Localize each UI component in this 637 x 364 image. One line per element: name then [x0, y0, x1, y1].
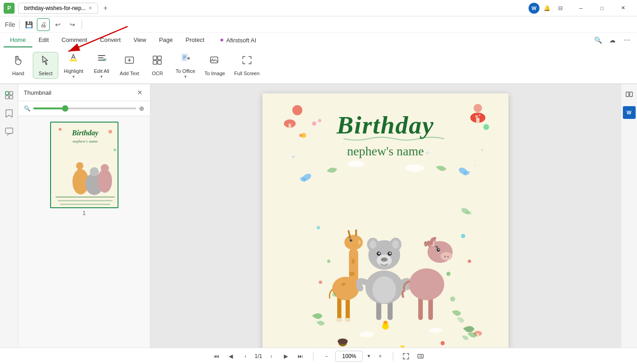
last-page-button[interactable]: ⏭ [295, 351, 306, 362]
prev-page-button[interactable]: ◀ [226, 351, 236, 362]
thumbnail-sidebar-icon[interactable] [2, 88, 16, 103]
tab-close-button[interactable]: ✕ [88, 5, 92, 10]
tab-page[interactable]: Page [153, 33, 179, 47]
user-avatar[interactable]: W [529, 3, 539, 14]
svg-point-120 [332, 293, 336, 297]
new-tab-button[interactable]: + [100, 3, 111, 14]
svg-point-119 [450, 297, 455, 302]
tab-title: birthday-wishes-for-nep... [24, 5, 86, 11]
edit-all-icon [96, 52, 108, 67]
comments-sidebar-icon[interactable] [2, 124, 16, 139]
to-office-label: To Office [175, 68, 195, 74]
svg-rect-45 [288, 123, 291, 128]
to-image-tool[interactable]: To Image [201, 52, 229, 78]
svg-point-117 [447, 272, 451, 276]
document-canvas[interactable]: ✦ ✦ ✦ Birthday nephew's name [150, 84, 621, 348]
svg-point-118 [327, 260, 330, 263]
select-tool[interactable]: Select [33, 52, 58, 79]
more-options-icon[interactable]: ⋯ [621, 34, 633, 46]
svg-point-57 [348, 160, 365, 167]
tab-home[interactable]: Home [4, 33, 32, 47]
thumbnail-close-button[interactable]: ✕ [135, 88, 144, 97]
maximize-button[interactable]: □ [591, 0, 612, 16]
tab-protect[interactable]: Protect [179, 33, 211, 47]
svg-rect-128 [477, 333, 479, 337]
svg-text:Birthday: Birthday [336, 111, 434, 139]
svg-rect-9 [158, 56, 161, 60]
svg-point-79 [336, 318, 342, 322]
full-screen-tool[interactable]: Full Screen [231, 52, 263, 78]
thumbnail-page-1[interactable]: Birthday nephew's name [50, 122, 118, 216]
svg-point-52 [318, 119, 321, 122]
zoom-in-bottom-button[interactable]: + [375, 351, 385, 362]
edit-all-tool[interactable]: Edit All ▼ [89, 50, 114, 80]
to-office-tool[interactable]: To Office ▼ [172, 50, 199, 80]
active-tab[interactable]: birthday-wishes-for-nep... ✕ [18, 3, 98, 14]
minimize-button[interactable]: ─ [570, 0, 591, 16]
word-icon[interactable]: W [623, 106, 636, 119]
zoom-in-icon[interactable]: ⊕ [139, 105, 144, 112]
next-page-alt-button[interactable]: › [266, 351, 277, 362]
svg-rect-19 [5, 128, 13, 133]
tab-convert[interactable]: Convert [93, 33, 127, 47]
svg-point-125 [359, 331, 374, 337]
tab-view[interactable]: View [127, 33, 153, 47]
cloud-icon[interactable]: ☁ [606, 34, 619, 46]
svg-rect-17 [5, 96, 9, 99]
layout-icon[interactable]: ⊟ [554, 2, 567, 15]
svg-rect-11 [158, 61, 161, 64]
bottom-bar: ⏮ ◀ ‹ 1/1 › ▶ ⏭ − ▼ + [0, 348, 637, 364]
svg-rect-2 [70, 59, 77, 62]
svg-rect-35 [60, 204, 110, 205]
ribbon: Hand Select Highlight ▼ [0, 47, 637, 84]
redo-button[interactable]: ↪ [66, 18, 79, 31]
zoom-slider[interactable] [33, 108, 136, 109]
zoom-out-icon[interactable]: 🔍 [24, 105, 31, 112]
hand-tool[interactable]: Hand [5, 52, 31, 78]
thumbnail-zoom-bar: 🔍 ⊕ [18, 101, 150, 116]
svg-point-100 [409, 268, 444, 300]
undo-button[interactable]: ↩ [51, 18, 64, 31]
ocr-icon [151, 54, 163, 69]
zoom-out-bottom-button[interactable]: − [321, 351, 332, 362]
svg-rect-132 [626, 92, 629, 97]
fit-page-button[interactable] [401, 351, 411, 362]
add-text-tool[interactable]: Add Text [116, 52, 143, 78]
file-menu-button[interactable]: File [4, 18, 16, 31]
next-page-button[interactable]: ▶ [280, 351, 291, 362]
thumbnail-header: Thumbnail ✕ [18, 84, 150, 101]
zoom-input[interactable] [335, 351, 363, 362]
ai-menu-button[interactable]: ✦ Afirstsoft AI [215, 35, 261, 46]
highlight-tool[interactable]: Highlight ▼ [60, 50, 87, 80]
svg-rect-26 [77, 168, 82, 182]
close-button[interactable]: ✕ [612, 0, 633, 16]
svg-rect-13 [211, 57, 218, 63]
fit-width-button[interactable] [415, 351, 426, 362]
tab-comment[interactable]: Comment [55, 33, 93, 47]
svg-point-42 [475, 115, 478, 118]
search-icon[interactable]: 🔍 [591, 34, 604, 46]
svg-point-27 [76, 162, 83, 169]
add-text-icon [123, 54, 135, 69]
bookmark-sidebar-icon[interactable] [2, 106, 16, 121]
print-button[interactable]: 🖨 [37, 18, 50, 31]
svg-point-89 [392, 240, 399, 248]
svg-point-37 [293, 105, 303, 115]
highlight-arrow: ▼ [72, 75, 75, 79]
svg-text:✽: ✽ [400, 344, 405, 348]
document-page: ✦ ✦ ✦ Birthday nephew's name [262, 93, 509, 348]
tab-edit[interactable]: Edit [32, 33, 55, 47]
main-area: Thumbnail ✕ 🔍 ⊕ Birthday nephew's name [0, 84, 637, 348]
notification-icon[interactable]: 🔔 [540, 2, 553, 15]
save-button[interactable]: 💾 [22, 18, 35, 31]
svg-point-121 [461, 234, 465, 238]
zoom-slider-thumb[interactable] [62, 105, 68, 112]
ocr-tool[interactable]: OCR [144, 52, 170, 78]
edit-all-label-area: Edit All ▼ [94, 68, 109, 78]
to-office-icon [180, 52, 191, 67]
prev-page-alt-button[interactable]: ‹ [240, 351, 251, 362]
zoom-dropdown-arrow[interactable]: ▼ [366, 354, 371, 359]
sidebar-settings-icon[interactable] [623, 88, 636, 101]
first-page-button[interactable]: ⏮ [211, 351, 222, 362]
titlebar-controls: W 🔔 ⊟ [529, 2, 567, 15]
